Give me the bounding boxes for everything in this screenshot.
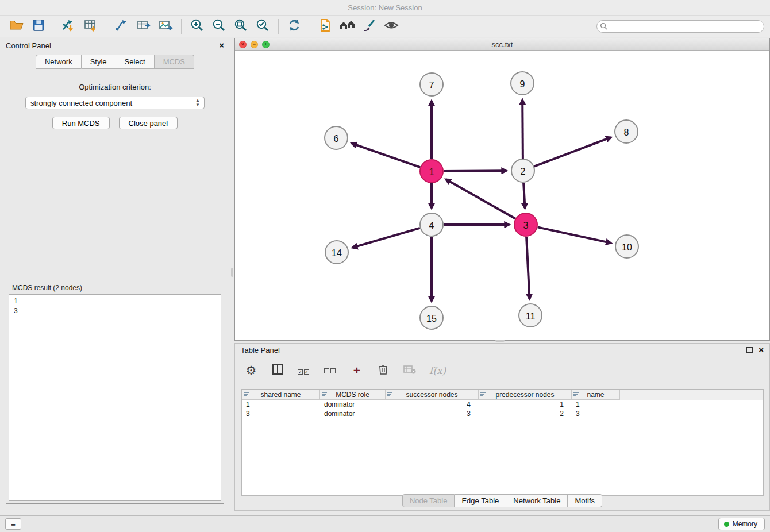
first-neighbors-button[interactable] <box>337 17 359 36</box>
float-panel-icon[interactable] <box>746 347 753 353</box>
tab-select[interactable]: Select <box>116 55 155 69</box>
edge-3-10[interactable] <box>538 227 611 243</box>
table-cell[interactable]: 2 <box>479 409 572 418</box>
tab-style[interactable]: Style <box>82 55 116 69</box>
panel-splitter-handle[interactable] <box>495 340 505 342</box>
close-window-button[interactable]: × <box>239 41 247 48</box>
edge-4-14[interactable] <box>353 228 420 248</box>
export-image-button[interactable] <box>155 17 176 36</box>
gear-icon: ⚙ <box>246 364 257 377</box>
delete-table-button[interactable] <box>403 363 417 378</box>
table-panel-tabs: Node TableEdge TableNetwork TableMotifs <box>235 494 769 507</box>
export-network-button[interactable] <box>111 17 133 36</box>
edge-2-8[interactable] <box>534 137 611 166</box>
zoom-fit-button[interactable] <box>230 17 252 36</box>
annotation-mode-button[interactable] <box>315 17 337 36</box>
table-cell[interactable]: 1 <box>479 400 572 409</box>
sort-icon <box>244 392 249 398</box>
deselect-all-button[interactable] <box>324 363 337 378</box>
maximize-window-button[interactable]: + <box>262 41 270 48</box>
network-canvas[interactable]: 7968124314101511 <box>235 51 769 340</box>
columns-icon <box>272 364 283 377</box>
zoom-in-button[interactable] <box>186 17 208 36</box>
show-hide-button[interactable] <box>380 17 402 36</box>
float-panel-icon[interactable] <box>207 43 213 48</box>
homes-icon <box>339 18 356 35</box>
node-label-6: 6 <box>334 134 339 144</box>
import-network-file-button[interactable] <box>57 17 79 36</box>
table-tab-network-table[interactable]: Network Table <box>506 494 568 507</box>
table-cell[interactable]: 3 <box>386 409 479 418</box>
node-table-header: shared nameMCDS rolesuccessor nodesprede… <box>242 390 763 400</box>
application-window: Session: New Session <box>0 0 770 532</box>
memory-button[interactable]: Memory <box>718 518 765 530</box>
column-header-successor-nodes[interactable]: successor nodes <box>386 390 479 400</box>
zoom-selected-button[interactable] <box>252 17 274 36</box>
save-session-button[interactable] <box>28 17 49 36</box>
column-header-shared-name[interactable]: shared name <box>242 390 320 400</box>
export-table-button[interactable] <box>133 17 155 36</box>
apply-layout-button[interactable] <box>283 17 305 36</box>
task-history-button[interactable]: ≡ <box>5 518 21 530</box>
style-brush-button[interactable] <box>359 17 380 36</box>
edge-2-3[interactable] <box>523 183 525 208</box>
table-tab-motifs[interactable]: Motifs <box>568 494 602 507</box>
zoom-out-icon <box>211 18 226 35</box>
table-tab-node-table[interactable]: Node Table <box>402 494 455 507</box>
close-panel-button[interactable]: Close panel <box>119 117 178 129</box>
edge-2-9[interactable] <box>522 100 523 159</box>
column-header-mcds-role[interactable]: MCDS role <box>320 390 386 400</box>
table-settings-button[interactable]: ⚙ <box>244 363 258 378</box>
delete-column-button[interactable] <box>376 363 390 378</box>
table-panel: Table Panel × ⚙ ✓✓ + f(x) <box>234 343 770 511</box>
mcds-result-text[interactable]: 1 3 <box>9 294 221 501</box>
table-cell[interactable]: 4 <box>386 400 479 409</box>
table-cell[interactable]: 3 <box>242 409 320 418</box>
document-share-icon <box>318 18 333 35</box>
table-cell[interactable]: 1 <box>242 400 320 409</box>
table-row[interactable]: 3dominator323 <box>242 409 763 418</box>
run-mcds-button[interactable]: Run MCDS <box>52 117 110 129</box>
table-tab-edge-table[interactable]: Edge Table <box>455 494 506 507</box>
edge-3-11[interactable] <box>526 237 529 299</box>
close-panel-icon[interactable]: × <box>759 347 764 353</box>
open-session-button[interactable] <box>6 17 28 36</box>
column-header-predecessor-nodes[interactable]: predecessor nodes <box>479 390 572 400</box>
search-icon <box>600 22 607 30</box>
table-cell[interactable]: dominator <box>320 400 386 409</box>
edge-1-6[interactable] <box>352 144 420 168</box>
save-floppy-icon <box>32 18 45 34</box>
node-table-body: 1dominator4113dominator323 <box>242 400 763 418</box>
table-cell[interactable]: dominator <box>320 409 386 418</box>
panel-splitter-handle[interactable] <box>231 268 233 277</box>
status-bar: ≡ Memory <box>0 515 770 532</box>
create-column-button[interactable]: + <box>350 363 364 378</box>
node-label-2: 2 <box>521 167 526 176</box>
tab-network[interactable]: Network <box>36 55 82 69</box>
control-panel: Control Panel × NetworkStyleSelectMCDS O… <box>0 37 230 511</box>
edge-1-2[interactable] <box>444 171 506 171</box>
select-all-icon: ✓✓ <box>298 365 310 376</box>
close-panel-icon[interactable]: × <box>219 43 224 48</box>
select-all-button[interactable]: ✓✓ <box>297 363 311 378</box>
memory-status-icon <box>724 522 729 527</box>
function-builder-button[interactable]: f(x) <box>429 363 446 378</box>
show-columns-button[interactable] <box>271 363 284 378</box>
column-header-name[interactable]: name <box>572 390 620 400</box>
table-cell[interactable]: 1 <box>572 400 620 409</box>
tab-mcds[interactable]: MCDS <box>155 55 194 69</box>
import-table-file-button[interactable] <box>79 17 101 36</box>
table-row[interactable]: 1dominator411 <box>242 400 763 409</box>
sort-icon <box>387 392 393 398</box>
export-image-icon <box>158 18 173 35</box>
zoom-out-button[interactable] <box>208 17 230 36</box>
edge-3-1[interactable] <box>446 179 515 218</box>
paintbrush-icon <box>362 18 377 35</box>
network-window-titlebar[interactable]: × − + scc.txt <box>235 38 769 51</box>
network-view-window: × − + scc.txt 7968124314101511 <box>234 38 770 341</box>
minimize-window-button[interactable]: − <box>251 41 258 48</box>
search-input[interactable] <box>596 20 764 33</box>
criterion-select[interactable]: strongly connected component ▲▼ <box>25 97 205 109</box>
table-cell[interactable]: 3 <box>572 409 620 418</box>
toolbar-separator <box>278 19 279 34</box>
